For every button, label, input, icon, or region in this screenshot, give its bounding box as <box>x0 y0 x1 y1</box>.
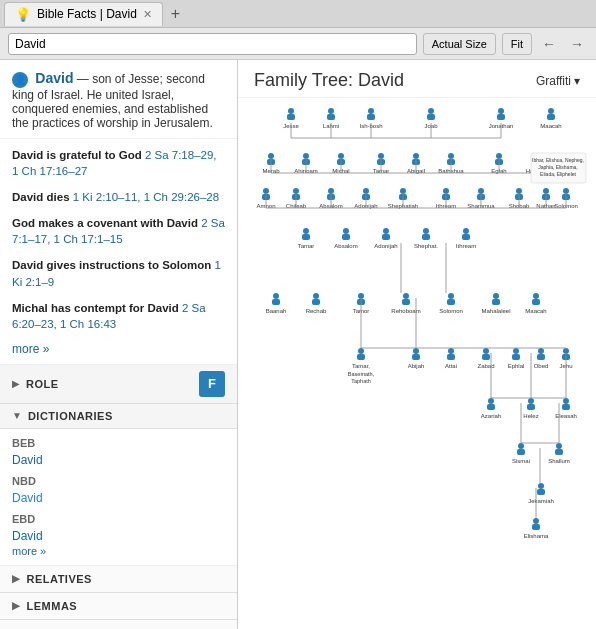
actual-size-button[interactable]: Actual Size <box>423 33 496 55</box>
svg-text:Obed: Obed <box>534 363 549 369</box>
role-label: ROLE <box>26 378 199 390</box>
svg-rect-5 <box>247 104 255 110</box>
dictionaries-label: DICTIONARIES <box>28 410 113 422</box>
list-item: David dies 1 Ki 2:10–11, 1 Ch 29:26–28 <box>12 189 225 205</box>
tab-icon: 💡 <box>15 7 31 22</box>
svg-text:Tamar: Tamar <box>298 243 315 249</box>
beb-david-link[interactable]: David <box>12 453 225 467</box>
active-tab[interactable]: 💡 Bible Facts | David ✕ <box>4 2 163 26</box>
subject-icon: 👤 <box>12 72 28 88</box>
role-section-header[interactable]: ▶ ROLE F <box>0 365 237 404</box>
svg-text:Ibhar, Elishua, Nepheg,: Ibhar, Elishua, Nepheg, <box>532 157 584 163</box>
more-topics-link[interactable]: more » <box>12 342 225 356</box>
list-item: Michal has contempt for David 2 Sa 6:20–… <box>12 300 225 332</box>
svg-text:Rechab: Rechab <box>306 308 327 314</box>
search-input[interactable] <box>8 33 417 55</box>
right-panel-header: Family Tree: David Graffiti ▾ <box>238 60 596 98</box>
ebd-more-link[interactable]: more » <box>12 545 225 557</box>
topic-title: David is grateful to God <box>12 149 145 161</box>
svg-point-2 <box>248 98 254 104</box>
topic-title: God makes a covenant with David <box>12 217 201 229</box>
svg-point-0 <box>248 98 254 104</box>
svg-text:Helez: Helez <box>523 413 538 419</box>
svg-rect-1 <box>247 104 255 110</box>
svg-text:Shallum: Shallum <box>548 458 570 464</box>
svg-text:Maacah: Maacah <box>540 123 561 129</box>
new-tab-button[interactable]: + <box>163 1 188 27</box>
tab-label: Bible Facts | David <box>37 7 137 21</box>
subject-name[interactable]: David <box>35 70 73 86</box>
left-panel: 👤 David — son of Jesse; second king of I… <box>0 60 238 629</box>
svg-text:Eliada, Eliphelet: Eliada, Eliphelet <box>540 171 576 177</box>
nav-forward-button[interactable]: → <box>566 36 588 52</box>
graffiti-dropdown-icon: ▾ <box>574 74 580 88</box>
lemmas-label: LEMMAS <box>27 600 78 612</box>
svg-text:Sismai: Sismai <box>512 458 530 464</box>
topic-title: David gives instructions to Solomon <box>12 259 215 271</box>
svg-text:Adonijah: Adonijah <box>374 243 397 249</box>
topic-title: David dies <box>12 191 73 203</box>
relatives-arrow-icon: ▶ <box>12 573 21 584</box>
topic-ref[interactable]: 1 Ki 2:10–11, 1 Ch 29:26–28 <box>73 191 219 203</box>
subject-dash: — <box>77 72 92 86</box>
f-button[interactable]: F <box>199 371 225 397</box>
svg-text:Ithream: Ithream <box>456 243 476 249</box>
nbd-heading: NBD <box>12 475 225 487</box>
tab-close-button[interactable]: ✕ <box>143 8 152 21</box>
subject-header: 👤 David — son of Jesse; second king of I… <box>0 60 237 139</box>
svg-text:Japhia, Elishama,: Japhia, Elishama, <box>538 164 577 170</box>
svg-text:Baanah: Baanah <box>266 308 287 314</box>
svg-text:Shephat.: Shephat. <box>414 243 438 249</box>
svg-text:Tamar,: Tamar, <box>352 363 370 369</box>
svg-text:Attai: Attai <box>445 363 457 369</box>
svg-text:Mahalaleel: Mahalaleel <box>481 308 510 314</box>
svg-text:Azariah: Azariah <box>481 413 501 419</box>
svg-text:Eleasah: Eleasah <box>555 413 577 419</box>
referred-to-as-section-header[interactable]: ▶ REFERRED TO AS <box>0 620 237 629</box>
list-item: NBD David <box>12 475 225 505</box>
nav-back-button[interactable]: ← <box>538 36 560 52</box>
list-item: David gives instructions to Solomon 1 Ki… <box>12 257 225 289</box>
dictionaries-section-header[interactable]: ▼ DICTIONARIES <box>0 404 237 429</box>
svg-text:Absalom: Absalom <box>334 243 357 249</box>
svg-rect-3 <box>247 104 255 110</box>
svg-text:Jekamiah: Jekamiah <box>528 498 554 504</box>
role-arrow-icon: ▶ <box>12 378 20 389</box>
relatives-section-header[interactable]: ▶ RELATIVES <box>0 566 237 593</box>
svg-text:Basemath,: Basemath, <box>348 371 375 377</box>
svg-text:Abijah: Abijah <box>408 363 425 369</box>
dictionaries-content: BEB David NBD David EBD David more » <box>0 429 237 566</box>
nbd-david-link[interactable]: David <box>12 491 225 505</box>
list-item: EBD David more » <box>12 513 225 557</box>
topic-list: David is grateful to God 2 Sa 7:18–29, 1… <box>0 139 237 365</box>
family-tree-container: Jesse Lahmi Ish-bosh Joab <box>238 98 596 579</box>
list-item: David is grateful to God 2 Sa 7:18–29, 1… <box>12 147 225 179</box>
lemmas-section-header[interactable]: ▶ LEMMAS <box>0 593 237 620</box>
panel-title: Family Tree: David <box>254 70 404 91</box>
svg-text:Taphath: Taphath <box>351 378 371 384</box>
ebd-david-link[interactable]: David <box>12 529 225 543</box>
family-tree-svg: Jesse Lahmi Ish-bosh Joab <box>246 98 586 568</box>
list-item: BEB David <box>12 437 225 467</box>
graffiti-label: Graffiti <box>536 74 571 88</box>
graffiti-button[interactable]: Graffiti ▾ <box>536 74 580 88</box>
svg-text:Solomon: Solomon <box>439 308 463 314</box>
svg-text:Maacah: Maacah <box>525 308 546 314</box>
fit-button[interactable]: Fit <box>502 33 532 55</box>
lemmas-arrow-icon: ▶ <box>12 600 21 611</box>
svg-text:Ephlal: Ephlal <box>508 363 525 369</box>
ebd-heading: EBD <box>12 513 225 525</box>
list-item: God makes a covenant with David 2 Sa 7:1… <box>12 215 225 247</box>
svg-text:Elishama: Elishama <box>524 533 549 539</box>
topic-title: Michal has contempt for David <box>12 302 182 314</box>
dictionaries-arrow-icon: ▼ <box>12 410 22 421</box>
beb-heading: BEB <box>12 437 225 449</box>
svg-point-4 <box>248 98 254 104</box>
relatives-label: RELATIVES <box>27 573 92 585</box>
svg-text:Zabad: Zabad <box>477 363 494 369</box>
right-panel: Family Tree: David Graffiti ▾ <box>238 60 596 629</box>
